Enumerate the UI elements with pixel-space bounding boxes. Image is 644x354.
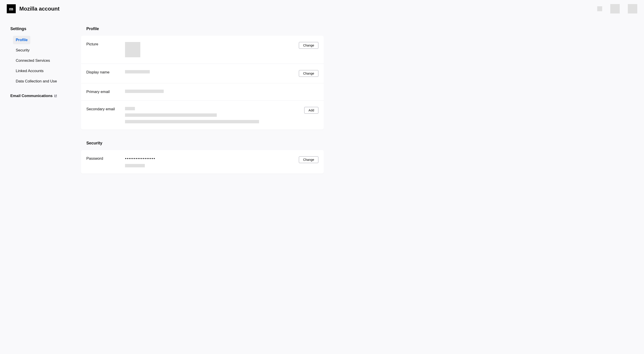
primary-email-value: [125, 90, 318, 93]
picture-action: Change: [299, 42, 318, 49]
header-right: [597, 4, 637, 13]
avatar: [125, 42, 140, 57]
external-link-icon: [54, 94, 57, 97]
sidebar-item-linked-accounts[interactable]: Linked Accounts: [13, 67, 46, 75]
security-card: Password ••••••••••••••••• Change: [81, 150, 324, 174]
display-name-placeholder: [125, 70, 150, 73]
sidebar-item-connected-services[interactable]: Connected Services: [13, 56, 52, 65]
password-dots: •••••••••••••••••: [125, 156, 299, 161]
secondary-email-placeholder-3: [125, 120, 259, 123]
change-password-button[interactable]: Change: [299, 156, 318, 163]
add-secondary-email-button[interactable]: Add: [304, 107, 318, 114]
display-name-value: [125, 70, 299, 73]
password-action: Change: [299, 156, 318, 163]
sidebar-bottom-link-label: Email Communications: [10, 94, 52, 98]
mozilla-logo-icon[interactable]: m: [7, 4, 16, 13]
secondary-email-placeholder-1: [125, 107, 135, 110]
header-left: m Mozilla account: [7, 4, 60, 13]
sidebar: Settings Profile Security Connected Serv…: [7, 26, 81, 185]
primary-email-placeholder: [125, 90, 164, 93]
main-content: Profile Picture Change Display name Chan…: [81, 26, 324, 185]
profile-card: Picture Change Display name Change Prima: [81, 36, 324, 130]
app-title: Mozilla account: [19, 5, 60, 12]
picture-value: [125, 42, 299, 57]
header-menu-icon[interactable]: [628, 4, 637, 13]
secondary-email-action: Add: [304, 107, 318, 114]
sidebar-item-profile[interactable]: Profile: [13, 36, 30, 44]
password-row: Password ••••••••••••••••• Change: [81, 150, 324, 174]
secondary-email-placeholder-2: [125, 113, 217, 117]
secondary-email-value: [125, 107, 304, 123]
header-avatar-icon[interactable]: [610, 4, 620, 13]
display-name-label: Display name: [86, 70, 125, 75]
display-name-action: Change: [299, 70, 318, 77]
sidebar-list: Profile Security Connected Services Link…: [10, 36, 76, 87]
password-label: Password: [86, 156, 125, 161]
password-value: •••••••••••••••••: [125, 156, 299, 167]
change-picture-button[interactable]: Change: [299, 42, 318, 49]
sidebar-heading: Settings: [10, 26, 76, 31]
sidebar-item-data-collection[interactable]: Data Collection and Use: [13, 77, 60, 86]
picture-label: Picture: [86, 42, 125, 46]
change-display-name-button[interactable]: Change: [299, 70, 318, 77]
sidebar-email-communications-link[interactable]: Email Communications: [10, 94, 76, 98]
password-meta-placeholder: [125, 164, 145, 167]
picture-row: Picture Change: [81, 36, 324, 64]
sidebar-item-security[interactable]: Security: [13, 46, 32, 55]
primary-email-label: Primary email: [86, 90, 125, 94]
page-header: m Mozilla account: [0, 0, 644, 17]
primary-email-row: Primary email: [81, 83, 324, 101]
header-grid-icon[interactable]: [597, 6, 602, 11]
secondary-email-row: Secondary email Add: [81, 101, 324, 130]
security-section-heading: Security: [86, 141, 324, 146]
profile-section-heading: Profile: [86, 26, 324, 31]
display-name-row: Display name Change: [81, 64, 324, 83]
secondary-email-label: Secondary email: [86, 107, 125, 111]
container: Settings Profile Security Connected Serv…: [0, 17, 644, 185]
